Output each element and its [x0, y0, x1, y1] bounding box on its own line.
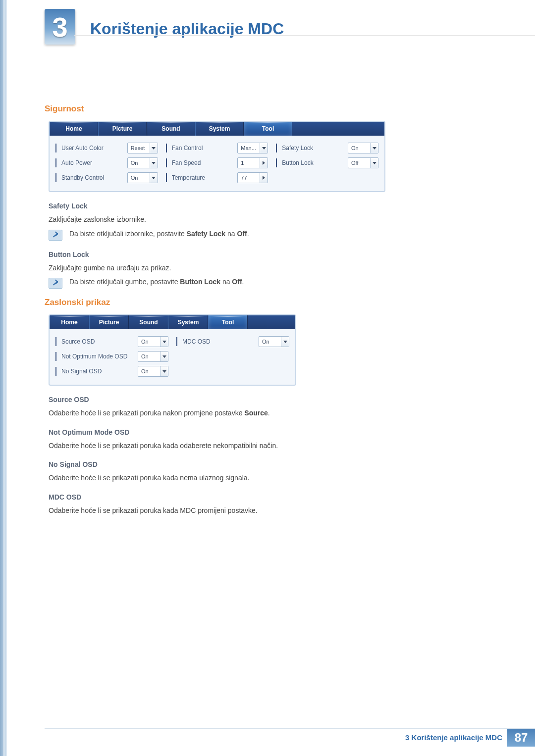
button-lock-description: Zaključajte gumbe na uređaju za prikaz.: [49, 263, 485, 273]
subheading-button-lock: Button Lock: [45, 251, 485, 258]
row-mdc-osd: MDC OSDOn: [176, 334, 289, 349]
mdc-panel-osd: Home Picture Sound System Tool Source OS…: [49, 314, 296, 386]
chevron-down-icon: [160, 337, 168, 347]
row-fan-control: Fan ControlMan...: [166, 141, 268, 155]
dd-safety-lock[interactable]: On: [348, 143, 378, 153]
dd-button-lock[interactable]: Off: [348, 157, 378, 168]
dd-user-auto-color[interactable]: Reset: [127, 143, 158, 153]
dd-not-optimum-osd[interactable]: On: [138, 351, 168, 362]
chapter-number: 3: [52, 11, 67, 43]
mdc-panel-body: Source OSDOn Not Optimum Mode OSDOn No S…: [50, 329, 295, 385]
chapter-number-badge: 3: [45, 9, 75, 45]
note-button-lock: Da biste otključali gumbe, postavite But…: [49, 278, 485, 289]
mdc-osd-description: Odaberite hoće li se prikazati poruka ka…: [49, 506, 485, 516]
mdc-panel-security: Home Picture Sound System Tool User Auto…: [49, 121, 385, 192]
tab-system[interactable]: System: [168, 315, 208, 329]
row-fan-speed: Fan Speed1: [166, 155, 268, 170]
row-source-osd: Source OSDOn: [55, 334, 168, 349]
spin-temperature[interactable]: 77: [237, 172, 268, 183]
page-footer: 3 Korištenje aplikacije MDC 87: [45, 728, 535, 746]
page-content: Sigurnost Home Picture Sound System Tool…: [45, 104, 535, 516]
mdc-tabs: Home Picture Sound System Tool: [50, 315, 295, 329]
note-text: Da biste otključali gumbe, postavite But…: [69, 278, 244, 286]
safety-lock-description: Zaključajte zaslonske izbornike.: [49, 215, 485, 225]
subheading-safety-lock: Safety Lock: [45, 202, 485, 210]
tab-sound[interactable]: Sound: [147, 122, 195, 136]
row-user-auto-color: User Auto ColorReset: [55, 141, 158, 155]
dd-auto-power[interactable]: On: [127, 157, 158, 168]
chapter-header: 3 Korištenje aplikacije MDC: [45, 0, 535, 40]
tab-tool[interactable]: Tool: [208, 315, 248, 329]
spin-fan-speed[interactable]: 1: [237, 157, 268, 168]
note-text: Da biste otključali izbornike, postavite…: [69, 230, 249, 238]
source-osd-description: Odaberite hoće li se prikazati poruka na…: [49, 408, 485, 418]
dd-mdc-osd[interactable]: On: [259, 336, 289, 347]
dd-fan-control[interactable]: Man...: [237, 143, 268, 153]
row-auto-power: Auto PowerOn: [55, 155, 158, 170]
tab-sound[interactable]: Sound: [129, 315, 168, 329]
footer-page-number: 87: [507, 729, 535, 747]
subheading-source-osd: Source OSD: [45, 396, 485, 403]
dd-source-osd[interactable]: On: [138, 336, 168, 347]
mdc-tabs: Home Picture Sound System Tool: [50, 122, 384, 136]
note-icon: [49, 230, 62, 241]
chevron-down-icon: [160, 352, 168, 361]
subheading-mdc-osd: MDC OSD: [45, 493, 485, 501]
chevron-down-icon: [281, 337, 289, 347]
row-button-lock: Button LockOff: [276, 155, 378, 170]
subheading-not-optimum-osd: Not Optimum Mode OSD: [45, 428, 485, 436]
not-optimum-osd-description: Odaberite hoće li se prikazati poruka ka…: [49, 441, 485, 451]
chevron-down-icon: [260, 143, 268, 153]
row-standby-control: Standby ControlOn: [55, 170, 158, 185]
footer-chapter-ref: 3 Korištenje aplikacije MDC: [405, 733, 507, 742]
chevron-down-icon: [150, 158, 158, 168]
side-accent-stripe: [0, 0, 7, 756]
tab-home[interactable]: Home: [50, 315, 89, 329]
tab-picture[interactable]: Picture: [89, 315, 129, 329]
dd-no-signal-osd[interactable]: On: [138, 366, 168, 377]
tab-system[interactable]: System: [195, 122, 244, 136]
chapter-title: Korištenje aplikacije MDC: [90, 6, 284, 38]
no-signal-osd-description: Odaberite hoće li se prikazati poruka ka…: [49, 473, 485, 483]
dd-standby-control[interactable]: On: [127, 172, 158, 183]
mdc-panel-body: User Auto ColorReset Auto PowerOn Standb…: [50, 136, 384, 191]
row-not-optimum-osd: Not Optimum Mode OSDOn: [55, 349, 168, 364]
tab-tool[interactable]: Tool: [244, 122, 292, 136]
note-safety-lock: Da biste otključali izbornike, postavite…: [49, 230, 485, 241]
subheading-no-signal-osd: No Signal OSD: [45, 460, 485, 468]
row-temperature: Temperature77: [166, 170, 268, 185]
row-safety-lock: Safety LockOn: [276, 141, 378, 155]
chevron-right-icon: [260, 173, 268, 183]
chevron-down-icon: [370, 158, 378, 168]
chevron-down-icon: [160, 366, 168, 376]
section-heading-sigurnost: Sigurnost: [45, 104, 485, 114]
chevron-down-icon: [150, 173, 158, 183]
chevron-right-icon: [260, 158, 268, 168]
tab-picture[interactable]: Picture: [98, 122, 147, 136]
note-icon: [49, 278, 62, 289]
chevron-down-icon: [370, 143, 378, 153]
tab-home[interactable]: Home: [50, 122, 98, 136]
row-no-signal-osd: No Signal OSDOn: [55, 364, 168, 379]
chevron-down-icon: [150, 143, 158, 153]
section-heading-zaslon: Zaslonski prikaz: [45, 298, 485, 307]
